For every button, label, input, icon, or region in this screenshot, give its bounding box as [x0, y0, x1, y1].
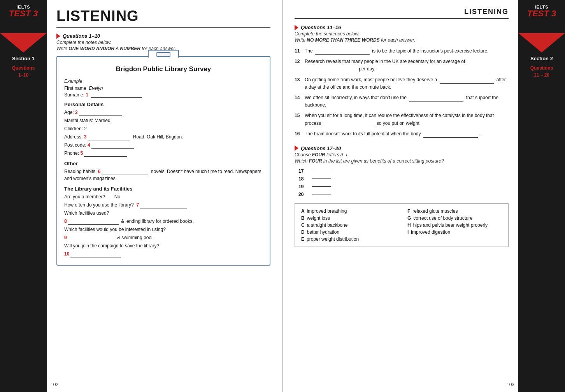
slot-18: 18	[298, 176, 509, 182]
arrow-icon-17-20	[295, 145, 298, 151]
q-range-label-17-20: Questions 17–20	[295, 145, 509, 151]
survey-box: Brigdon Public Library Survey Example Fi…	[56, 56, 270, 266]
q-instruction2-17-20: Which FOUR in the list are given as bene…	[295, 158, 509, 164]
right-sidebar: IELTS TEST 3 Section 2 Questions 11 – 20	[518, 0, 565, 392]
q-range-text-right: Questions 11–16	[301, 24, 341, 30]
sentence-15: 15 When you sit for a long time, it can …	[295, 112, 509, 127]
right-content: LISTENING Questions 11–16 Complete the s…	[283, 0, 518, 392]
address-field: Address: 3 Road, Oak Hill, Brigdon.	[64, 133, 263, 140]
q-range-text-17-20: Questions 17–20	[301, 145, 341, 151]
questions-17-20-block: Questions 17–20 Choose FOUR letters A–I.…	[295, 145, 509, 247]
sentence-12: 12 Research reveals that many people in …	[295, 58, 509, 73]
test-number-left: TEST 3	[3, 9, 44, 18]
q-instruction2-right: Write NO MORE THAN THREE WORDS for each …	[295, 37, 509, 43]
sentences-block: 11 The is to be the topic of the instruc…	[295, 47, 509, 138]
age-field: Age: 2	[64, 109, 263, 116]
q-instruction1-right: Complete the sentences below.	[295, 31, 509, 37]
answer-slots: 17 18 19 20	[298, 168, 509, 197]
choice-I: I improved digestion	[407, 229, 502, 235]
test-number-right: TEST 3	[521, 9, 562, 18]
sentence-13: 13 On getting home from work, most peopl…	[295, 76, 509, 91]
marital-field: Marital status: Married	[64, 117, 263, 124]
instructions-block-right: Questions 11–16 Complete the sentences b…	[295, 24, 509, 43]
ielts-badge-right: IELTS TEST 3	[518, 0, 565, 18]
book-spread: IELTS TEST 3 Section 1 Questions 1–10 LI…	[0, 0, 565, 392]
questions-range-right: Questions	[518, 65, 565, 72]
page-header-left: LISTENING	[56, 8, 270, 24]
phone-field: Phone: 5	[64, 150, 263, 157]
instructions-block-left: Questions 1–10 Complete the notes below.…	[56, 33, 270, 51]
how-often-field: How often do you use the library? 7	[64, 201, 263, 208]
answer-choices-box: A improved breathing F relaxed glute mus…	[295, 203, 509, 247]
instructions-17-20: Questions 17–20 Choose FOUR letters A–I.…	[295, 145, 509, 164]
listening-subtitle-right: LISTENING	[295, 8, 509, 16]
q-range-label-left: Questions 1–10	[56, 33, 270, 39]
left-sidebar: IELTS TEST 3 Section 1 Questions 1–10	[0, 0, 47, 392]
reading-field: Reading habits: 6 novels. Doesn't have m…	[64, 168, 263, 182]
slot-17: 17	[298, 168, 509, 174]
page-number-left: 102	[51, 382, 58, 387]
right-page: IELTS TEST 3 Section 2 Questions 11 – 20…	[283, 0, 565, 392]
member-field: Are you a member? No	[64, 193, 263, 200]
arrow-icon-left	[56, 33, 60, 39]
library-heading: The Library and its Facilities	[64, 186, 263, 192]
campaign-label: Will you join the campaign to save the l…	[64, 242, 263, 249]
section-label-right: Section 2	[518, 52, 565, 65]
ielts-badge-left: IELTS TEST 3	[0, 0, 47, 18]
postcode-field: Post code: 4	[64, 142, 263, 149]
sentence-11: 11 The is to be the topic of the instruc…	[295, 47, 509, 55]
survey-title: Brigdon Public Library Survey	[64, 65, 263, 73]
q-range-text-left: Questions 1–10	[63, 33, 100, 39]
questions-range-left: Questions	[0, 65, 47, 72]
sentence-14: 14 We often sit incorrectly, in ways tha…	[295, 94, 509, 109]
right-header: LISTENING	[295, 8, 509, 16]
questions-nums-left: 1–10	[0, 72, 47, 79]
sentence-16: 16 The brain doesn't work to its full po…	[295, 130, 509, 138]
section-label-left: Section 1	[0, 52, 47, 65]
personal-details-heading: Personal Details	[64, 102, 263, 107]
choice-D: D better hydration	[301, 229, 396, 235]
choice-G: G correct use of body structure	[407, 215, 502, 221]
q10-field: 10	[64, 250, 263, 257]
listening-title-left: LISTENING	[56, 8, 139, 24]
q-instruction1-left: Complete the notes below.	[56, 40, 270, 45]
interested-label: Which facilities would you be interested…	[64, 226, 263, 233]
choice-B: B weight loss	[301, 215, 396, 221]
children-field: Children: 2	[64, 125, 263, 132]
left-content: LISTENING Questions 1–10 Complete the no…	[47, 0, 282, 392]
choice-F: F relaxed glute muscles	[407, 208, 502, 214]
facility-q8: 8 & lending library for ordered books.	[64, 218, 263, 225]
facility-q9: 9 & swimming pool.	[64, 234, 263, 241]
choice-E: E proper weight distribution	[301, 236, 396, 242]
choice-C: C a straight backbone	[301, 222, 396, 228]
slot-20: 20	[298, 192, 509, 197]
page-number-right: 103	[507, 382, 514, 387]
surname-field: Surname: 1	[64, 92, 263, 98]
slot-19: 19	[298, 184, 509, 189]
which-facilities-label: Which facilities used?	[64, 210, 263, 217]
other-heading: Other	[64, 161, 263, 166]
left-page: IELTS TEST 3 Section 1 Questions 1–10 LI…	[0, 0, 283, 392]
first-name-field: First name: Evelyn	[64, 86, 263, 91]
arrow-icon-right	[295, 25, 298, 30]
q-range-label-right: Questions 11–16	[295, 24, 509, 30]
q-instruction1-17-20: Choose FOUR letters A–I.	[295, 152, 509, 158]
choice-A: A improved breathing	[301, 208, 396, 214]
choice-H: H hips and pelvis bear weight properly	[407, 222, 502, 228]
questions-nums-right: 11 – 20	[518, 72, 565, 79]
example-label: Example	[64, 79, 263, 84]
